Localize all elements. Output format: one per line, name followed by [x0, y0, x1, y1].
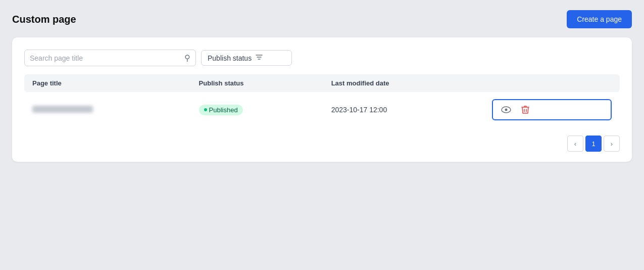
main-card: ⚲ Publish status Page title Publish stat…	[12, 37, 632, 162]
svg-point-1	[505, 109, 508, 111]
status-dot	[204, 108, 207, 111]
search-input[interactable]	[30, 54, 182, 62]
view-button[interactable]	[497, 103, 515, 116]
filter-icon	[256, 54, 263, 62]
col-last-modified: Last modified date	[323, 74, 484, 92]
action-buttons	[497, 102, 607, 117]
col-actions	[484, 74, 620, 92]
cell-actions	[484, 92, 620, 127]
cell-publish-status: Published	[191, 92, 323, 127]
action-buttons-wrapper	[492, 99, 612, 120]
search-box: ⚲	[24, 50, 196, 66]
page-1-button[interactable]: 1	[585, 136, 602, 152]
pages-table: Page title Publish status Last modified …	[24, 74, 620, 127]
status-label: Published	[209, 106, 238, 114]
search-icon[interactable]: ⚲	[184, 53, 190, 63]
publish-status-label: Publish status	[208, 54, 252, 62]
table-header-row: Page title Publish status Last modified …	[24, 74, 620, 92]
delete-button[interactable]	[517, 102, 533, 117]
filter-bar: ⚲ Publish status	[24, 50, 620, 66]
cell-page-title	[24, 92, 191, 127]
page-title: Custom page	[12, 14, 76, 25]
blurred-title	[32, 106, 93, 113]
col-page-title: Page title	[24, 74, 191, 92]
col-publish-status: Publish status	[191, 74, 323, 92]
status-badge: Published	[199, 105, 243, 115]
cell-last-modified: 2023-10-17 12:00	[323, 92, 484, 127]
create-page-button[interactable]: Create a page	[567, 10, 632, 28]
next-page-button[interactable]: ›	[604, 136, 620, 152]
publish-status-filter[interactable]: Publish status	[201, 50, 292, 66]
page-header: Custom page Create a page	[12, 10, 632, 28]
pagination: ‹ 1 ›	[24, 136, 620, 152]
table-row: Published 2023-10-17 12:00	[24, 92, 620, 127]
prev-page-button[interactable]: ‹	[567, 136, 583, 152]
